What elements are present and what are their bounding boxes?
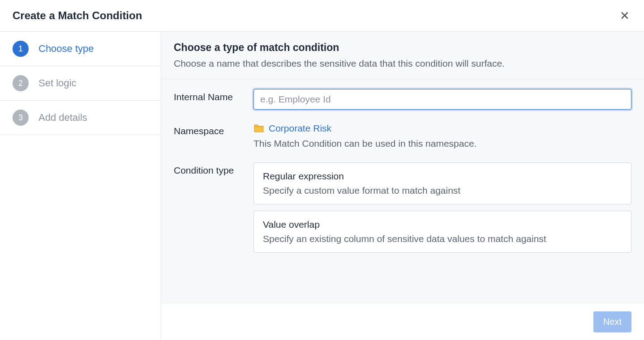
step-label: Set logic	[39, 77, 76, 89]
form-area: Internal Name Namespace Co	[161, 79, 644, 303]
step-label: Choose type	[39, 43, 94, 55]
dialog-title: Create a Match Condition	[13, 9, 142, 22]
dialog-header: Create a Match Condition ✕	[0, 0, 644, 32]
card-title: Value overlap	[263, 219, 622, 230]
section-header: Choose a type of match condition Choose …	[161, 32, 644, 79]
condition-option-value-overlap[interactable]: Value overlap Specify an existing column…	[253, 211, 631, 253]
folder-icon	[253, 124, 264, 133]
close-icon: ✕	[620, 9, 630, 22]
dialog-body: 1 Choose type 2 Set logic 3 Add details …	[0, 32, 644, 340]
step-label: Add details	[39, 112, 87, 123]
wizard-step-choose-type[interactable]: 1 Choose type	[0, 32, 161, 66]
row-condition-type: Condition type Regular expression Specif…	[174, 162, 631, 259]
next-button[interactable]: Next	[593, 311, 631, 332]
card-desc: Specify a custom value format to match a…	[263, 185, 622, 196]
main-panel: Choose a type of match condition Choose …	[161, 32, 644, 340]
step-number: 1	[13, 41, 29, 57]
row-namespace: Namespace Corporate Risk This Match Cond…	[174, 123, 631, 149]
wizard-step-set-logic[interactable]: 2 Set logic	[0, 66, 161, 101]
section-subtitle: Choose a name that describes the sensiti…	[174, 58, 631, 69]
wizard-sidebar: 1 Choose type 2 Set logic 3 Add details	[0, 32, 161, 340]
step-number: 2	[13, 75, 29, 91]
condition-option-regex[interactable]: Regular expression Specify a custom valu…	[253, 162, 631, 204]
internal-name-input[interactable]	[253, 89, 631, 110]
dialog-footer: Next	[161, 303, 644, 340]
card-title: Regular expression	[263, 171, 622, 182]
section-title: Choose a type of match condition	[174, 42, 631, 54]
label-namespace: Namespace	[174, 123, 253, 149]
close-button[interactable]: ✕	[618, 8, 631, 23]
namespace-link-text: Corporate Risk	[269, 123, 331, 134]
card-desc: Specify an existing column of sensitive …	[263, 234, 622, 244]
step-number: 3	[13, 110, 29, 126]
label-condition-type: Condition type	[174, 162, 253, 259]
row-internal-name: Internal Name	[174, 89, 631, 110]
namespace-link[interactable]: Corporate Risk	[253, 123, 331, 134]
label-internal-name: Internal Name	[174, 89, 253, 110]
wizard-step-add-details[interactable]: 3 Add details	[0, 101, 161, 135]
namespace-help-text: This Match Condition can be used in this…	[253, 138, 631, 149]
